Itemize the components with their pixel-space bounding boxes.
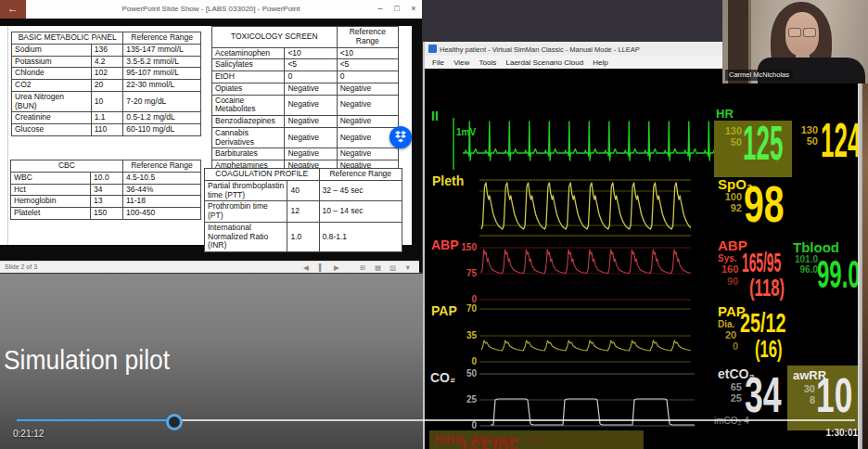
table-cell: 110 bbox=[91, 124, 123, 136]
table-row: Prothrombin time (PT)1210 – 14 sec bbox=[205, 201, 402, 223]
table-title: TOXICOLOGY SCREEN bbox=[212, 27, 338, 48]
table-cell: 135-147 mmol/L bbox=[123, 44, 201, 56]
awrr-high-limit: 30 bbox=[791, 383, 815, 394]
table-cell: Negative bbox=[337, 95, 398, 116]
table-cell: 0.8-1.1 bbox=[319, 222, 402, 251]
annotate-icon[interactable]: ▍ bbox=[319, 263, 325, 272]
table-cell: 10 – 14 sec bbox=[319, 201, 402, 223]
co2-wave-label: CO₂ bbox=[430, 371, 455, 384]
abp-scale-75: 75 bbox=[454, 269, 477, 278]
menu-file[interactable]: File bbox=[432, 58, 444, 67]
table-row: Hemoglobin1311-18 bbox=[11, 196, 201, 208]
abp-high-limit: 160 bbox=[721, 264, 738, 275]
pulse-high-limit: 130 bbox=[793, 124, 818, 135]
table-cell: 0.5-1.2 mg/dL bbox=[123, 112, 201, 124]
duration-label: 1:30:01 bbox=[826, 428, 858, 438]
pap-scale-0: 0 bbox=[454, 357, 477, 366]
ecg-lead-label: II bbox=[431, 109, 439, 122]
menu-view[interactable]: View bbox=[453, 58, 469, 67]
table-cell: <10 bbox=[285, 47, 337, 59]
table-cell: Prothrombin time (PT) bbox=[205, 201, 287, 223]
table-cell: 136 bbox=[91, 44, 123, 56]
table-row: Hct3436-44% bbox=[11, 184, 201, 196]
hr-low-limit: 50 bbox=[716, 136, 742, 148]
table-row: OpiatesNegativeNegative bbox=[212, 83, 399, 95]
table-cell: <5 bbox=[285, 59, 337, 71]
table-cell: <5 bbox=[337, 59, 398, 71]
table-cell: 36-44% bbox=[122, 184, 200, 196]
table-title: BASIC METABOLIC PANEL bbox=[12, 32, 123, 45]
lab-table-toxicology-screen: TOXICOLOGY SCREENReference RangeAcetamin… bbox=[211, 26, 399, 173]
table-row: CO22022-30 mmol/L bbox=[12, 80, 201, 92]
table-cell: WBC bbox=[11, 172, 91, 184]
video-scrubber-handle[interactable] bbox=[166, 414, 183, 430]
table-cell: 32 – 45 sec bbox=[319, 180, 402, 201]
pap-low-limit: 0 bbox=[733, 341, 738, 352]
lab-table-coagulation-profile: COAGULATION PROFILEReference RangePartia… bbox=[204, 168, 402, 252]
table-cell: 0 bbox=[285, 71, 337, 83]
nibp-value: 165/95 bbox=[458, 438, 519, 449]
menu-tools[interactable]: Tools bbox=[479, 58, 497, 67]
table-row: Platelet150100-450 bbox=[11, 208, 201, 220]
table-cell: Negative bbox=[285, 127, 337, 148]
table-cell: 10.0 bbox=[91, 172, 123, 184]
awrr-value: 10 bbox=[816, 377, 852, 416]
pap-scale-70: 70 bbox=[454, 304, 477, 314]
hr-tile[interactable]: 130 50 125 bbox=[714, 121, 792, 177]
table-cell: Hct bbox=[11, 184, 91, 196]
table-cell: Potassium bbox=[12, 56, 92, 68]
minimize-button[interactable]: – bbox=[373, 4, 388, 13]
nibp-tile[interactable]: NIBP Manual --:-- Sys. 160 90 165/95 (11… bbox=[429, 430, 644, 449]
normal-view-icon[interactable]: ⊞ bbox=[360, 263, 365, 272]
table-cell: Creatinine bbox=[12, 112, 92, 124]
table-cell: Negative bbox=[285, 148, 337, 160]
reading-view-icon[interactable]: ▥ bbox=[389, 263, 396, 272]
dropbox-icon[interactable] bbox=[389, 126, 412, 148]
etco2-low-limit: 25 bbox=[716, 392, 742, 404]
table-ref-header: Reference Range bbox=[123, 32, 201, 45]
back-arrow-button[interactable]: ← bbox=[0, 0, 26, 19]
lleap-window: Healthy patient - Virtual SimMan Classic… bbox=[423, 42, 864, 449]
table-cell: 11-18 bbox=[122, 196, 200, 208]
current-time-label: 0:21:12 bbox=[13, 429, 44, 439]
menu-laerdal-scenario-cloud[interactable]: Laerdal Scenario Cloud bbox=[505, 58, 583, 67]
menu-help[interactable]: Help bbox=[593, 58, 607, 67]
table-ref-header: Reference Range bbox=[122, 160, 200, 173]
hr-value: 125 bbox=[743, 124, 783, 163]
table-row: Partial thromboplastin time (PTT)4032 – … bbox=[205, 180, 402, 201]
video-progress-fill bbox=[17, 419, 172, 421]
webcam-video: Carmel McNicholas bbox=[722, 0, 868, 83]
pulse-value: 124 bbox=[821, 122, 860, 160]
table-cell: Benzodiazepines bbox=[212, 116, 285, 128]
powerpoint-titlebar: PowerPoint Slide Show - [LABS 033020] - … bbox=[0, 0, 422, 19]
table-row: Potassium4.23.5-5.2 mmol/L bbox=[12, 56, 201, 68]
maximize-button[interactable]: □ bbox=[389, 4, 404, 13]
tblood-high-limit: 101.0 bbox=[790, 254, 818, 264]
slideshow-view-icon[interactable]: ▼ bbox=[404, 263, 411, 272]
next-slide-icon[interactable]: ▶ bbox=[334, 263, 339, 272]
slide-sorter-view-icon[interactable]: ▦ bbox=[375, 263, 381, 272]
pap-waveform bbox=[479, 306, 691, 371]
pap-wave-label: PAP bbox=[431, 304, 457, 317]
table-title: CBC bbox=[11, 160, 123, 173]
spo2-high-limit: 100 bbox=[716, 191, 742, 202]
slide-left-edge bbox=[7, 26, 8, 245]
table-cell: CO2 bbox=[12, 80, 92, 92]
table-cell: Chloride bbox=[12, 68, 92, 80]
table-cell: 7-20 mg/dL bbox=[123, 91, 201, 112]
table-cell: EtOH bbox=[212, 71, 285, 83]
table-cell: 95-107 mmol/L bbox=[123, 68, 201, 80]
table-ref-header: Reference Range bbox=[319, 169, 402, 181]
powerpoint-window-title: PowerPoint Slide Show - [LABS 033020] - … bbox=[0, 5, 422, 13]
close-button[interactable]: × bbox=[406, 4, 421, 13]
table-cell: Negative bbox=[337, 83, 398, 95]
table-cell: 1.1 bbox=[91, 112, 123, 124]
nibp-time: --:-- bbox=[526, 435, 542, 445]
table-cell: 40 bbox=[287, 180, 319, 201]
powerpoint-window: PowerPoint Slide Show - [LABS 033020] - … bbox=[0, 0, 422, 272]
hr-label: HR bbox=[716, 108, 734, 120]
abp-low-limit: 90 bbox=[727, 276, 738, 287]
table-cell: 60-110 mg/dL bbox=[123, 124, 201, 136]
previous-slide-icon[interactable]: ◀ bbox=[303, 263, 309, 272]
etco2-value: 34 bbox=[745, 375, 782, 415]
